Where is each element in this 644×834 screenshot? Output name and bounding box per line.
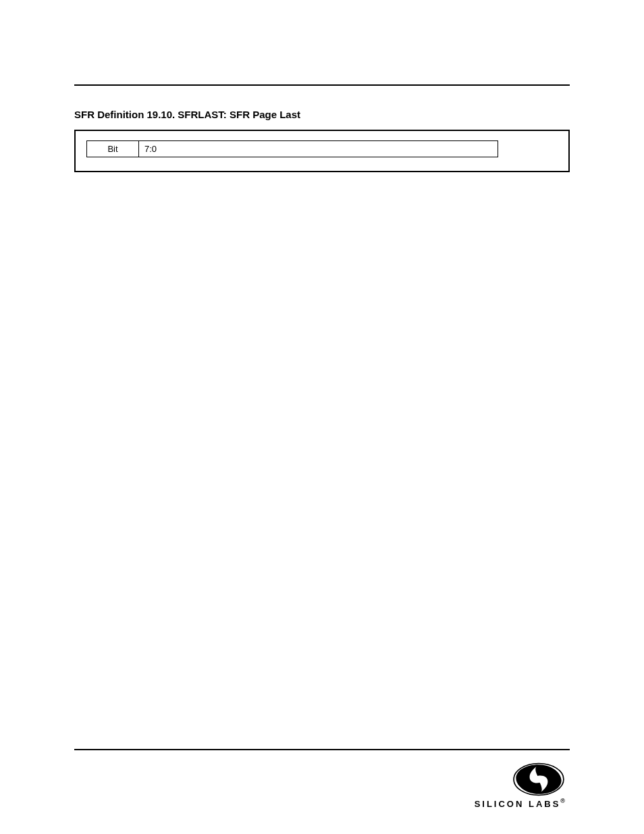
footer-right: SILICON LABS® xyxy=(475,761,570,810)
page-footer: SILICON LABS® xyxy=(74,749,570,810)
brand-logo-icon xyxy=(510,761,567,798)
bit-range-cell: 7:0 xyxy=(139,141,498,157)
register-header-table: Bit 7:0 xyxy=(86,140,498,157)
silicon-labs-logo: SILICON LABS® xyxy=(475,761,567,809)
register-definition-box: Bit 7:0 xyxy=(74,130,570,172)
registered-mark-icon: ® xyxy=(560,798,567,804)
section-title: SFR Definition 19.10. SFRLAST: SFR Page … xyxy=(74,109,570,120)
brand-logo-text: SILICON LABS® xyxy=(475,799,567,809)
bit-header-cell: Bit xyxy=(87,141,139,157)
footer-rule xyxy=(74,749,570,750)
header-rule xyxy=(74,84,570,86)
